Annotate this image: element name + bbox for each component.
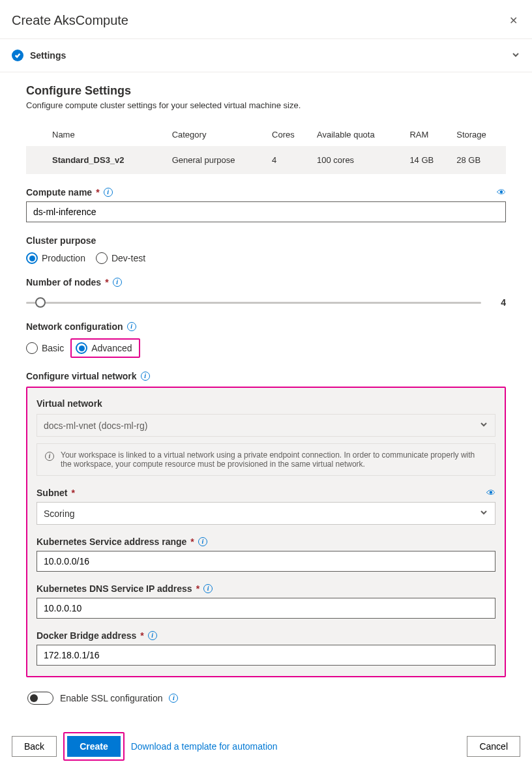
dns-label: Kubernetes DNS Service IP address — [37, 583, 192, 594]
cancel-button[interactable]: Cancel — [467, 736, 520, 757]
dns-input[interactable] — [37, 598, 495, 619]
info-icon[interactable]: i — [148, 631, 157, 640]
dialog-title: Create AksCompute — [12, 13, 128, 28]
download-template-link[interactable]: Download a template for automation — [131, 741, 278, 752]
preview-icon[interactable]: 👁 — [486, 488, 495, 498]
info-icon[interactable]: i — [127, 322, 136, 331]
bridge-input[interactable] — [37, 645, 495, 666]
th-quota: Available quota — [312, 123, 404, 146]
compute-name-label: Compute name — [26, 187, 92, 198]
create-button[interactable]: Create — [67, 736, 121, 757]
info-icon[interactable]: i — [113, 278, 122, 287]
configure-vnet-label: Configure virtual network — [26, 371, 137, 381]
highlight-advanced: Advanced — [70, 338, 140, 358]
close-icon[interactable]: ✕ — [507, 12, 520, 29]
ssl-row: Enable SSL configuration i — [26, 692, 506, 705]
back-button[interactable]: Back — [12, 736, 57, 757]
section-desc: Configure compute cluster settings for y… — [26, 100, 506, 110]
radio-dot-icon — [26, 252, 38, 264]
field-compute-name: Compute name * i 👁 — [26, 187, 506, 222]
cell-quota: 100 cores — [312, 146, 404, 174]
required-asterisk: * — [105, 277, 108, 287]
radio-production[interactable]: Production — [26, 252, 85, 264]
nodes-slider[interactable] — [26, 297, 481, 308]
section-title: Configure Settings — [26, 84, 506, 98]
th-name: Name — [26, 123, 167, 146]
svcrange-label: Kubernetes Service address range — [37, 536, 186, 547]
vnet-info-banner: i Your workspace is linked to a virtual … — [37, 443, 495, 476]
radio-advanced[interactable]: Advanced — [76, 342, 132, 354]
vnet-value: docs-ml-vnet (docs-ml-rg) — [44, 420, 147, 431]
compute-name-input[interactable] — [26, 201, 506, 222]
cell-name: Standard_DS3_v2 — [26, 146, 167, 174]
required-asterisk: * — [96, 187, 99, 198]
vnet-label: Virtual network — [37, 398, 495, 409]
radio-label: Production — [42, 253, 85, 263]
vnet-panel: Virtual network docs-ml-vnet (docs-ml-rg… — [26, 387, 506, 677]
dialog-panel: Create AksCompute ✕ Settings Configure S… — [0, 0, 532, 764]
vnet-select[interactable]: docs-ml-vnet (docs-ml-rg) — [37, 414, 495, 437]
required-asterisk: * — [196, 583, 200, 594]
radio-label: Dev-test — [111, 253, 145, 263]
preview-icon[interactable]: 👁 — [497, 187, 506, 198]
info-icon: i — [45, 452, 54, 461]
vm-table: Name Category Cores Available quota RAM … — [26, 123, 506, 174]
required-asterisk: * — [190, 536, 194, 547]
th-category: Category — [167, 123, 267, 146]
field-number-nodes: Number of nodes * i 4 — [26, 277, 506, 308]
info-icon[interactable]: i — [203, 584, 213, 593]
required-asterisk: * — [140, 630, 143, 641]
th-storage: Storage — [451, 123, 506, 146]
cell-cores: 4 — [267, 146, 312, 174]
th-ram: RAM — [404, 123, 451, 146]
svcrange-input[interactable] — [37, 551, 495, 572]
step-header[interactable]: Settings — [0, 39, 532, 72]
slider-thumb-icon[interactable] — [35, 297, 46, 308]
chevron-down-icon — [479, 508, 488, 519]
banner-text: Your workspace is linked to a virtual ne… — [61, 450, 487, 469]
bridge-label: Docker Bridge address — [37, 630, 136, 641]
nodes-label: Number of nodes — [26, 277, 101, 287]
highlight-create: Create — [63, 732, 125, 761]
netconf-label: Network configuration — [26, 321, 123, 332]
cell-storage: 28 GB — [451, 146, 506, 174]
required-asterisk: * — [71, 488, 74, 498]
radio-label: Advanced — [91, 343, 132, 353]
subnet-select[interactable]: Scoring — [37, 502, 495, 525]
subnet-value: Scoring — [44, 508, 74, 519]
table-row[interactable]: Standard_DS3_v2 General purpose 4 100 co… — [26, 146, 506, 174]
info-icon[interactable]: i — [169, 694, 178, 703]
info-icon[interactable]: i — [141, 372, 150, 381]
subnet-label: Subnet — [37, 488, 67, 498]
cell-ram: 14 GB — [404, 146, 451, 174]
dialog-footer: Back Create Download a template for auto… — [0, 719, 532, 764]
settings-content: Configure Settings Configure compute clu… — [0, 72, 532, 711]
cluster-purpose-label: Cluster purpose — [26, 235, 96, 246]
th-cores: Cores — [267, 123, 312, 146]
radio-dot-icon — [96, 252, 108, 264]
radio-devtest[interactable]: Dev-test — [96, 252, 145, 264]
field-network-config: Network configuration i Basic Advanced — [26, 321, 506, 358]
radio-dot-icon — [76, 342, 87, 354]
info-icon[interactable]: i — [198, 537, 207, 546]
slider-track — [26, 302, 481, 304]
info-icon[interactable]: i — [104, 188, 113, 197]
field-configure-vnet: Configure virtual network i Virtual netw… — [26, 371, 506, 677]
field-cluster-purpose: Cluster purpose Production Dev-test — [26, 235, 506, 264]
radio-dot-icon — [26, 342, 38, 354]
radio-label: Basic — [42, 343, 64, 353]
chevron-down-icon — [511, 50, 520, 61]
chevron-down-icon — [479, 420, 488, 431]
cell-category: General purpose — [167, 146, 267, 174]
step-label: Settings — [30, 50, 66, 61]
dialog-header: Create AksCompute ✕ — [0, 0, 532, 39]
ssl-label: Enable SSL configuration — [60, 693, 162, 703]
ssl-toggle[interactable] — [27, 692, 53, 705]
nodes-value: 4 — [494, 297, 506, 308]
check-circle-icon — [12, 50, 23, 61]
radio-basic[interactable]: Basic — [26, 342, 64, 354]
